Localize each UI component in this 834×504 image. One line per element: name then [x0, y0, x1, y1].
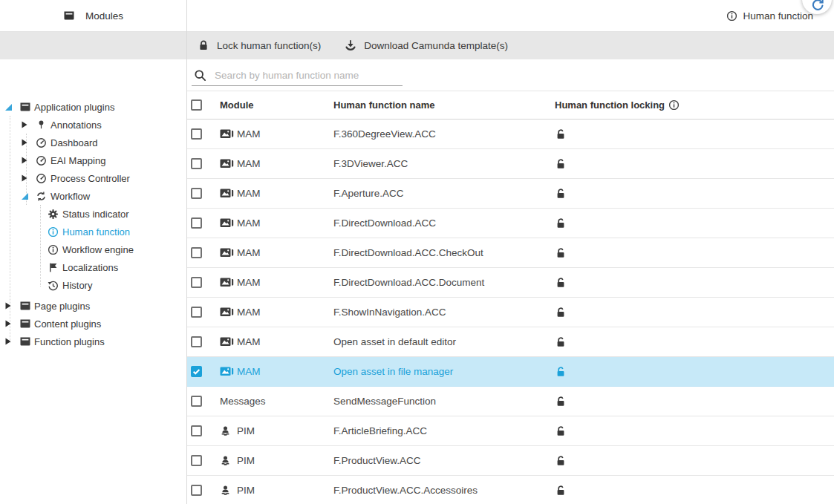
row-checkbox[interactable]	[191, 158, 202, 169]
locking-cell	[555, 217, 834, 229]
expand-arrow-icon[interactable]	[5, 320, 19, 327]
sidebar-item-page-plugins[interactable]: Page plugins	[0, 297, 186, 315]
sidebar-item-label: EAI Mapping	[51, 155, 105, 166]
row-checkbox[interactable]	[191, 455, 202, 466]
sidebar-item-label: Content plugins	[34, 318, 101, 330]
sidebar-item-label: Workflow engine	[62, 244, 134, 255]
module-name: MAM	[237, 366, 261, 377]
gauge-icon	[35, 154, 48, 167]
table-row[interactable]: MAMF.360DegreeView.ACC	[187, 120, 834, 149]
sidebar-item-application-plugins[interactable]: Application plugins	[0, 98, 186, 116]
expand-arrow-icon[interactable]	[22, 157, 35, 164]
sidebar-item-localizations[interactable]: Localizations	[0, 258, 186, 276]
table-row[interactable]: PIMF.ProductView.ACC	[187, 446, 834, 476]
search-icon	[194, 69, 206, 82]
table-row[interactable]: MessagesSendMessageFunction	[187, 387, 834, 416]
table-row[interactable]: MAMOpen asset in default editor	[187, 327, 834, 357]
module-cell: MAM	[220, 336, 333, 347]
table-row[interactable]: MAMOpen asset in file manager	[187, 357, 834, 387]
table-row[interactable]: MAMF.3DViewer.ACC	[187, 149, 834, 179]
row-checkbox[interactable]	[191, 366, 202, 377]
sidebar-item-content-plugins[interactable]: Content plugins	[0, 315, 186, 333]
select-all-checkbox[interactable]	[191, 99, 202, 111]
function-name-cell: F.360DegreeView.ACC	[333, 128, 555, 140]
sidebar-item-workflow-engine[interactable]: Workflow engine	[0, 240, 186, 258]
module-cell: MAM	[220, 158, 333, 169]
unlock-icon	[555, 366, 567, 378]
table-row[interactable]: MAMF.DirectDownload.ACC	[187, 209, 834, 238]
image-icon	[220, 158, 234, 169]
unlock-icon	[555, 485, 567, 497]
image-icon	[220, 188, 234, 199]
module-cell: PIM	[220, 425, 333, 436]
sidebar-item-history[interactable]: History	[0, 276, 186, 294]
sidebar-item-annotations[interactable]: Annotations	[0, 116, 186, 134]
sidebar-item-dashboard[interactable]: Dashboard	[0, 134, 186, 151]
sidebar-item-label: Status indicator	[62, 209, 129, 220]
function-name: SendMessageFunction	[333, 396, 436, 407]
row-checkbox[interactable]	[191, 336, 202, 347]
table-row[interactable]: PIMF.ArticleBriefing.ACC	[187, 416, 834, 446]
row-checkbox[interactable]	[191, 217, 202, 229]
module-name: MAM	[237, 188, 261, 199]
module-cell: MAM	[220, 188, 333, 199]
person-icon	[220, 455, 234, 466]
sidebar-item-eai-mapping[interactable]: EAI Mapping	[0, 151, 186, 169]
row-checkbox[interactable]	[191, 247, 202, 258]
sidebar-item-function-plugins[interactable]: Function plugins	[0, 333, 186, 350]
refresh-icon	[809, 0, 825, 13]
sidebar-item-label: Dashboard	[51, 137, 98, 148]
expand-arrow-icon[interactable]	[22, 121, 35, 128]
lock-human-functions-button[interactable]: Lock human function(s)	[198, 39, 321, 51]
modules-label: Modules	[85, 10, 123, 22]
sidebar-divider	[186, 0, 187, 504]
sidebar-item-process-controller[interactable]: Process Controller	[0, 169, 186, 187]
gear-icon	[47, 208, 59, 220]
expand-arrow-icon[interactable]	[22, 139, 35, 146]
unlock-icon	[555, 336, 567, 348]
row-checkbox-cell	[187, 455, 220, 466]
collapse-arrow-icon[interactable]	[22, 193, 35, 200]
row-checkbox[interactable]	[191, 307, 202, 318]
module-name: PIM	[237, 455, 255, 466]
sidebar-item-label: History	[62, 280, 92, 291]
collapse-arrow-icon[interactable]	[5, 104, 19, 111]
download-camunda-templates-button[interactable]: Download Camunda template(s)	[345, 39, 508, 51]
table-row[interactable]: MAMF.ShowInNavigation.ACC	[187, 298, 834, 327]
modules-panel-title: Modules	[0, 0, 186, 31]
function-name-cell: F.ShowInNavigation.ACC	[333, 307, 555, 318]
top-header: Modules Human function	[0, 0, 834, 32]
sidebar-item-human-function[interactable]: Human function	[0, 223, 186, 240]
sidebar-item-status-indicator[interactable]: Status indicator	[0, 205, 186, 223]
search-input[interactable]	[213, 69, 400, 82]
row-checkbox[interactable]	[191, 277, 202, 288]
sidebar-item-workflow[interactable]: Workflow	[0, 187, 186, 205]
module-cell: PIM	[220, 455, 333, 466]
table-row[interactable]: MAMF.Aperture.ACC	[187, 179, 834, 209]
table-row[interactable]: PIMF.ProductView.ACC.Accessoires	[187, 476, 834, 504]
row-checkbox[interactable]	[191, 485, 202, 496]
row-checkbox-cell	[187, 425, 220, 436]
row-checkbox[interactable]	[191, 128, 202, 140]
row-checkbox-cell	[187, 336, 220, 347]
table-row[interactable]: MAMF.DirectDownload.ACC.Document	[187, 268, 834, 298]
gauge-icon	[35, 137, 48, 149]
row-checkbox[interactable]	[191, 425, 202, 436]
module-name: MAM	[237, 217, 261, 229]
page-title: Human function	[726, 0, 813, 31]
locking-cell	[555, 247, 834, 259]
table-row[interactable]: MAMF.DirectDownload.ACC.CheckOut	[187, 238, 834, 268]
row-checkbox[interactable]	[191, 396, 202, 407]
expand-arrow-icon[interactable]	[5, 302, 19, 310]
locking-cell	[555, 366, 834, 378]
expand-arrow-icon[interactable]	[22, 174, 35, 182]
function-name-cell: F.ProductView.ACC.Accessoires	[333, 485, 555, 496]
function-name-cell: SendMessageFunction	[333, 396, 555, 407]
info-icon[interactable]	[668, 99, 680, 111]
person-icon	[220, 425, 234, 436]
expand-arrow-icon[interactable]	[5, 338, 19, 345]
locking-cell	[555, 158, 834, 170]
row-checkbox[interactable]	[191, 188, 202, 199]
unlock-icon	[555, 217, 567, 229]
archive-box-icon	[19, 336, 31, 348]
